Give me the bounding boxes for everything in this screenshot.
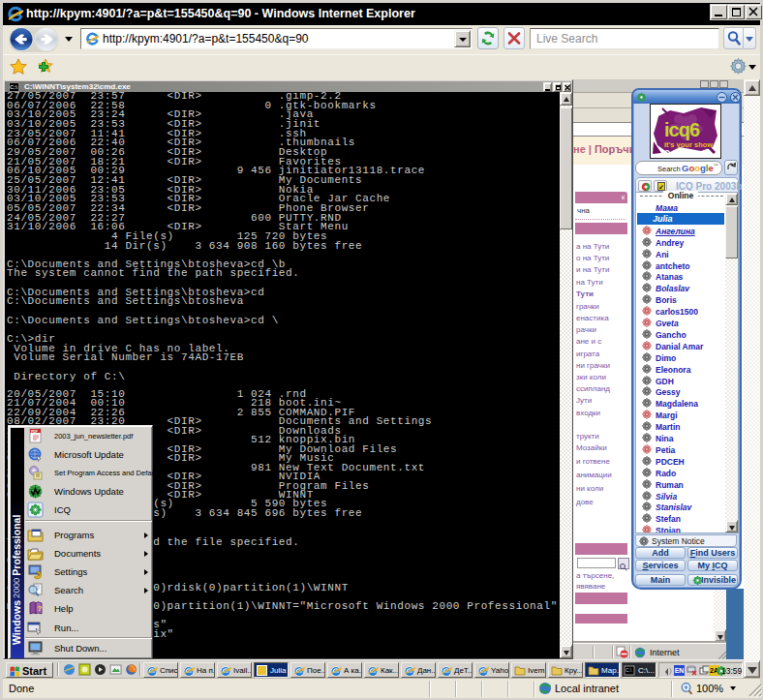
- svg-text:PDF: PDF: [31, 430, 39, 434]
- svg-text:it's your show: it's your show: [664, 140, 713, 149]
- svg-text:?: ?: [38, 604, 43, 613]
- svg-text:icq6: icq6: [664, 119, 700, 140]
